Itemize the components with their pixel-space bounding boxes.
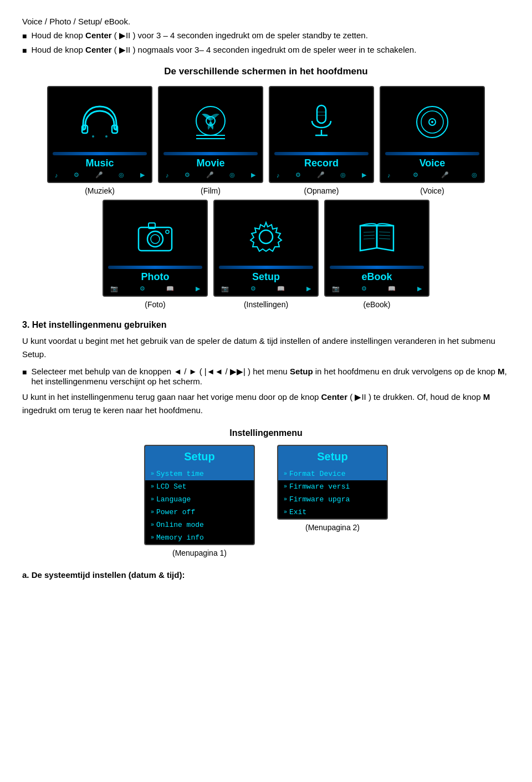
- menu1-item-language[interactable]: » Language: [145, 493, 254, 506]
- menu1-item-systemtime-label: System time: [156, 470, 204, 478]
- photo-icon-b4: ▶: [196, 285, 200, 292]
- ebook-bottom-icons: 📷 ⚙ 📖 ▶: [330, 285, 424, 292]
- record-icon-b1: ♪: [277, 172, 280, 179]
- photo-icon-container: [133, 207, 177, 266]
- screen-ebook: eBook 📷 ⚙ 📖 ▶ (eBook): [324, 200, 429, 309]
- music-blue-bar: [53, 152, 147, 155]
- chevron-icon-2: »: [151, 484, 154, 490]
- section3-bullet-text: Selecteer met behulp van de knoppen ◄ / …: [31, 367, 510, 386]
- svg-point-22: [259, 230, 273, 243]
- menu1-item-memoryinfo[interactable]: » Memory info: [145, 531, 254, 544]
- ebook-label: (eBook): [363, 300, 390, 309]
- setup-blue-bar: [219, 266, 313, 269]
- device-setup: Setup 📷 ⚙ 📖 ▶: [213, 200, 319, 297]
- menu1-title: Setup: [145, 446, 254, 468]
- menu-device-1: Setup » System time » LCD Set » Language…: [144, 445, 255, 545]
- svg-line-26: [364, 238, 375, 239]
- menu2-title: Setup: [278, 446, 387, 468]
- instellingen-heading: Instellingenmenu: [22, 428, 510, 438]
- movie-icon-container: [188, 94, 233, 152]
- menu-device-2: Setup » Format Device » Firmware versi »…: [277, 445, 388, 520]
- menu1-item-onlinemode-label: Online mode: [156, 521, 204, 529]
- ebook-icon-b1: 📷: [332, 285, 340, 292]
- svg-point-16: [431, 121, 433, 123]
- voice-blue-bar: [385, 152, 479, 155]
- bullet-icon-2: ■: [22, 46, 27, 55]
- music-icon-b5: ▶: [140, 171, 145, 179]
- menu1-item-onlinemode[interactable]: » Online mode: [145, 519, 254, 531]
- movie-blue-bar: [163, 152, 258, 155]
- menu-page2-item: Setup » Format Device » Firmware versi »…: [277, 445, 388, 557]
- chevron-icon-3: »: [151, 496, 154, 502]
- voice-icon-b4: ◎: [472, 171, 477, 179]
- svg-point-19: [151, 235, 160, 243]
- photo-title: Photo: [141, 271, 170, 283]
- music-icon-container: [78, 94, 122, 152]
- chevron-icon-9: »: [284, 496, 287, 502]
- menu2-item-formatdevice-label: Format Device: [289, 470, 345, 478]
- bullet-text-voice: Voice / Photo / Setup/ eBook.: [22, 17, 130, 26]
- bullet-icon-1: ■: [22, 32, 27, 40]
- record-icon-container: [302, 94, 341, 152]
- bullet-voice: Voice / Photo / Setup/ eBook.: [22, 17, 510, 26]
- voice-title: Voice: [420, 158, 446, 169]
- menu1-item-lcdset[interactable]: » LCD Set: [145, 480, 254, 493]
- chevron-icon-8: »: [284, 484, 287, 490]
- voice-svg-icon: [410, 101, 454, 145]
- menu-page1-item: Setup » System time » LCD Set » Language…: [144, 445, 255, 557]
- menu2-item-firmwareversi[interactable]: » Firmware versi: [278, 480, 387, 493]
- svg-point-21: [166, 230, 169, 233]
- ebook-icon-b3: 📖: [388, 285, 396, 292]
- menu2-item-firmwareupgra[interactable]: » Firmware upgra: [278, 493, 387, 506]
- music-title: Music: [85, 158, 114, 169]
- music-icon-b1: ♪: [55, 172, 58, 179]
- photo-svg-icon: [133, 217, 177, 256]
- movie-icon-b2: ⚙: [185, 171, 190, 179]
- menu2-label: (Menupagina 2): [305, 523, 360, 532]
- voice-icon-b1: ♪: [387, 172, 391, 179]
- svg-line-28: [379, 235, 390, 236]
- ebook-title: eBook: [361, 271, 392, 283]
- device-movie: Movie ♪ ⚙ 🎤 ◎ ▶: [158, 86, 263, 183]
- bold-center1: Center: [85, 31, 112, 40]
- menu2-item-exit-label: Exit: [289, 508, 306, 516]
- menu1-item-lcdset-label: LCD Set: [156, 483, 187, 491]
- svg-rect-8: [317, 105, 326, 123]
- svg-line-24: [364, 232, 375, 232]
- movie-icon-b5: ▶: [251, 171, 255, 179]
- section-a-heading: a. De systeemtijd instellen (datum & tij…: [22, 568, 510, 582]
- menu1-item-systemtime[interactable]: » System time: [145, 468, 254, 480]
- screen-photo: Photo 📷 ⚙ 📖 ▶ (Foto): [103, 200, 208, 309]
- menu2-item-formatdevice[interactable]: » Format Device: [278, 468, 387, 480]
- chevron-icon-10: »: [284, 509, 287, 515]
- screen-record: Record ♪ ⚙ 🎤 ◎ ▶ (Opname): [269, 86, 374, 195]
- bullet-text-center1: Houd de knop Center ( ▶II ) voor 3 – 4 s…: [31, 31, 367, 40]
- voice-label: (Voice): [420, 186, 444, 195]
- record-icon-b3: 🎤: [317, 171, 325, 179]
- menu1-item-poweroff[interactable]: » Power off: [145, 506, 254, 519]
- svg-point-18: [147, 231, 163, 247]
- record-icon-b5: ▶: [362, 171, 366, 179]
- bold-m: M: [498, 367, 505, 376]
- device-photo: Photo 📷 ⚙ 📖 ▶: [103, 200, 208, 297]
- ebook-icon-container: [355, 207, 399, 266]
- music-bottom-icons: ♪ ⚙ 🎤 ◎ ▶: [53, 171, 147, 179]
- menu2-item-firmwareupgra-label: Firmware upgra: [289, 495, 350, 504]
- svg-line-29: [379, 238, 390, 239]
- music-label: (Muziek): [85, 186, 115, 195]
- bold-center3: Center: [321, 392, 348, 402]
- svg-point-2: [92, 135, 94, 138]
- photo-icon-b3: 📖: [166, 285, 174, 292]
- menu2-item-exit[interactable]: » Exit: [278, 506, 387, 519]
- record-blue-bar: [274, 152, 369, 155]
- photo-label: (Foto): [145, 300, 165, 309]
- voice-icon-b2: ⚙: [413, 171, 418, 179]
- setup-icon-b1: 📷: [221, 285, 229, 292]
- screen-movie: Movie ♪ ⚙ 🎤 ◎ ▶ (Film): [158, 86, 263, 195]
- photo-bottom-icons: 📷 ⚙ 📖 ▶: [108, 285, 202, 292]
- music-icon-b2: ⚙: [74, 171, 79, 179]
- section-a: a. De systeemtijd instellen (datum & tij…: [22, 568, 510, 582]
- photo-icon-b1: 📷: [110, 285, 118, 292]
- movie-icon-b4: ◎: [229, 171, 235, 179]
- bullet-text-center2: Houd de knop Center ( ▶II ) nogmaals voo…: [31, 45, 416, 55]
